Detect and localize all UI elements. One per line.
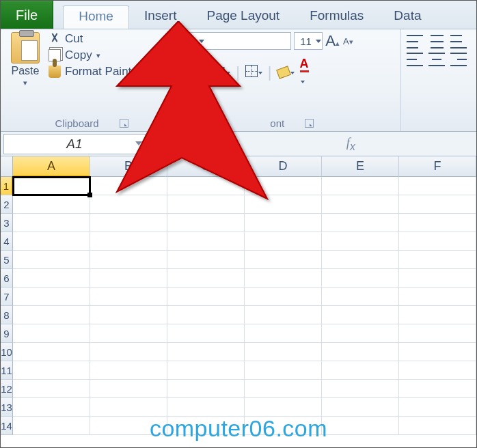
cell-A5[interactable]: [13, 251, 90, 269]
cell-C2[interactable]: [167, 195, 245, 214]
cell-D8[interactable]: [245, 306, 322, 324]
cell-B13[interactable]: [90, 398, 167, 417]
borders-button[interactable]: [245, 64, 262, 81]
row-header-11[interactable]: 11: [1, 361, 13, 380]
fx-icon[interactable]: fx: [346, 135, 355, 153]
grow-font-button[interactable]: A▴: [325, 32, 340, 50]
fill-color-button[interactable]: [277, 64, 295, 81]
cell-D13[interactable]: [245, 398, 322, 417]
align-right-button[interactable]: [450, 53, 467, 66]
row-header-1[interactable]: 1: [1, 177, 13, 195]
cell-A10[interactable]: [13, 343, 90, 361]
worksheet[interactable]: ABCDEF 1234567891011121314: [1, 156, 476, 448]
cell-F9[interactable]: [399, 324, 476, 343]
cell-E8[interactable]: [322, 306, 399, 324]
cell-F12[interactable]: [399, 380, 476, 398]
cell-C4[interactable]: [167, 232, 245, 251]
cell-A3[interactable]: [13, 214, 90, 232]
cell-F5[interactable]: [399, 251, 476, 269]
italic-button[interactable]: I: [205, 64, 209, 81]
cell-C1[interactable]: [167, 177, 245, 195]
cell-A1[interactable]: [13, 177, 90, 195]
cell-E5[interactable]: [322, 251, 399, 269]
row-header-10[interactable]: 10: [1, 343, 13, 361]
cell-C8[interactable]: [167, 306, 245, 324]
cell-E10[interactable]: [322, 343, 399, 361]
cell-F10[interactable]: [399, 343, 476, 361]
clipboard-dialog-launcher[interactable]: [120, 119, 128, 128]
cell-A12[interactable]: [13, 380, 90, 398]
cell-D4[interactable]: [245, 232, 322, 251]
cell-A11[interactable]: [13, 361, 90, 380]
column-header-A[interactable]: A: [13, 156, 90, 177]
cell-A7[interactable]: [13, 288, 90, 306]
cell-A9[interactable]: [13, 324, 90, 343]
cells-area[interactable]: [13, 177, 476, 448]
cell-B7[interactable]: [90, 288, 167, 306]
cell-D12[interactable]: [245, 380, 322, 398]
row-header-12[interactable]: 12: [1, 380, 13, 398]
shrink-font-button[interactable]: A▾: [342, 36, 353, 46]
cell-E6[interactable]: [322, 269, 399, 288]
cell-E12[interactable]: [322, 380, 399, 398]
cell-B12[interactable]: [90, 380, 167, 398]
paste-button[interactable]: Paste ▾: [6, 32, 44, 87]
cell-B4[interactable]: [90, 232, 167, 251]
cut-button[interactable]: Cut: [49, 32, 141, 46]
cell-F6[interactable]: [399, 269, 476, 288]
column-header-D[interactable]: D: [245, 156, 322, 177]
cell-C11[interactable]: [167, 361, 245, 380]
cell-E11[interactable]: [322, 361, 399, 380]
row-header-2[interactable]: 2: [1, 195, 13, 214]
cell-A2[interactable]: [13, 195, 90, 214]
cell-B9[interactable]: [90, 324, 167, 343]
bold-button[interactable]: B: [189, 64, 200, 81]
format-painter-button[interactable]: Format Painter: [49, 65, 141, 79]
tab-file[interactable]: File: [1, 1, 53, 29]
cell-E1[interactable]: [322, 177, 399, 195]
align-middle-button[interactable]: [428, 35, 445, 48]
cell-F7[interactable]: [399, 288, 476, 306]
chevron-down-icon[interactable]: ▾: [23, 79, 27, 87]
cell-B11[interactable]: [90, 361, 167, 380]
tab-data[interactable]: Data: [379, 5, 436, 29]
tab-insert[interactable]: Insert: [129, 5, 192, 29]
row-header-8[interactable]: 8: [1, 306, 13, 324]
cell-B3[interactable]: [90, 214, 167, 232]
cell-E13[interactable]: [322, 398, 399, 417]
cell-D1[interactable]: [245, 177, 322, 195]
select-all-corner[interactable]: [1, 156, 13, 177]
cell-C13[interactable]: [167, 398, 245, 417]
cell-C12[interactable]: [167, 380, 245, 398]
cell-B2[interactable]: [90, 195, 167, 214]
cell-F11[interactable]: [399, 361, 476, 380]
cell-B6[interactable]: [90, 269, 167, 288]
row-header-13[interactable]: 13: [1, 398, 13, 417]
cell-D3[interactable]: [245, 214, 322, 232]
cell-C10[interactable]: [167, 343, 245, 361]
cell-C3[interactable]: [167, 214, 245, 232]
cell-D10[interactable]: [245, 343, 322, 361]
cell-E3[interactable]: [322, 214, 399, 232]
cell-D5[interactable]: [245, 251, 322, 269]
cell-A6[interactable]: [13, 269, 90, 288]
cell-B5[interactable]: [90, 251, 167, 269]
cell-B8[interactable]: [90, 306, 167, 324]
font-size-combo[interactable]: 11: [294, 32, 323, 50]
cell-C5[interactable]: [167, 251, 245, 269]
cell-F8[interactable]: [399, 306, 476, 324]
name-box[interactable]: A1: [3, 134, 146, 154]
row-header-9[interactable]: 9: [1, 324, 13, 343]
cell-F13[interactable]: [399, 398, 476, 417]
column-header-E[interactable]: E: [322, 156, 399, 177]
tab-home[interactable]: Home: [63, 5, 129, 29]
cell-D6[interactable]: [245, 269, 322, 288]
column-header-B[interactable]: B: [90, 156, 167, 177]
font-dialog-launcher[interactable]: [305, 119, 314, 128]
tab-formulas[interactable]: Formulas: [295, 5, 379, 29]
row-header-6[interactable]: 6: [1, 269, 13, 288]
cell-F4[interactable]: [399, 232, 476, 251]
cell-E4[interactable]: [322, 232, 399, 251]
font-name-combo[interactable]: [189, 32, 291, 50]
cell-A8[interactable]: [13, 306, 90, 324]
